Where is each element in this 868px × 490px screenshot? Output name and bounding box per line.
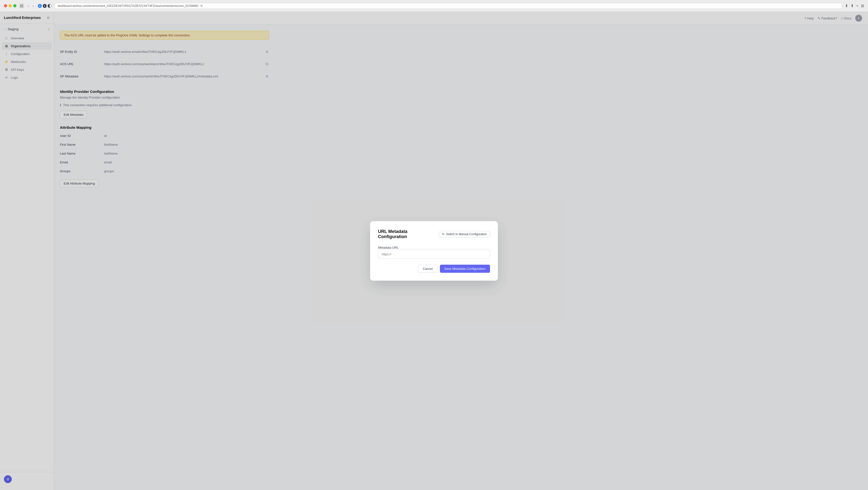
browser-indicator-icons: ● ● bbox=[38, 4, 52, 8]
modal-overlay: URL Metadata Configuration ↻ Switch to M… bbox=[0, 12, 868, 490]
switch-button-label: Switch to Manual Configuration bbox=[446, 232, 487, 236]
save-metadata-button[interactable]: Save Metadata Configuration bbox=[440, 265, 490, 273]
refresh-icon[interactable]: ↻ bbox=[200, 4, 203, 8]
maximize-button[interactable] bbox=[13, 4, 17, 7]
traffic-lights bbox=[4, 4, 17, 7]
svg-rect-0 bbox=[21, 5, 21, 6]
url-text: dashboard.workos.com/environment_01EZDEX… bbox=[58, 4, 198, 8]
workos-icon-dark: ● bbox=[43, 4, 46, 8]
modal-header: URL Metadata Configuration ↻ Switch to M… bbox=[378, 229, 490, 239]
grid-icon[interactable]: ⊞ bbox=[861, 3, 864, 8]
svg-rect-3 bbox=[22, 6, 23, 7]
back-button[interactable]: ‹ bbox=[27, 3, 30, 9]
metadata-url-input[interactable] bbox=[378, 250, 490, 259]
svg-rect-2 bbox=[21, 6, 21, 7]
switch-to-manual-button[interactable]: ↻ Switch to Manual Configuration bbox=[439, 231, 490, 237]
modal-actions: Cancel Save Metadata Configuration bbox=[378, 265, 490, 273]
share-icon[interactable]: ⬆ bbox=[850, 3, 854, 8]
switch-icon: ↻ bbox=[442, 232, 444, 236]
browser-nav: ‹ › bbox=[27, 3, 35, 9]
add-tab-icon[interactable]: + bbox=[856, 4, 859, 8]
svg-rect-1 bbox=[22, 5, 23, 6]
window-switcher-icon[interactable] bbox=[20, 4, 24, 8]
browser-actions: ⬇ ⬆ + ⊞ bbox=[845, 3, 864, 8]
close-button[interactable] bbox=[4, 4, 7, 7]
metadata-url-label: Metadata URL bbox=[378, 246, 399, 250]
forward-button[interactable]: › bbox=[31, 3, 35, 9]
minimize-button[interactable] bbox=[9, 4, 12, 7]
url-metadata-modal: URL Metadata Configuration ↻ Switch to M… bbox=[370, 221, 498, 281]
address-bar[interactable]: dashboard.workos.com/environment_01EZDEX… bbox=[55, 3, 842, 9]
modal-title: URL Metadata Configuration bbox=[378, 229, 435, 239]
workos-icon-half bbox=[48, 4, 52, 8]
browser-chrome: ‹ › ● ● dashboard.workos.com/environment… bbox=[0, 0, 868, 12]
download-icon[interactable]: ⬇ bbox=[845, 3, 848, 8]
cancel-button[interactable]: Cancel bbox=[418, 265, 437, 273]
workos-icon-blue: ● bbox=[38, 4, 42, 8]
